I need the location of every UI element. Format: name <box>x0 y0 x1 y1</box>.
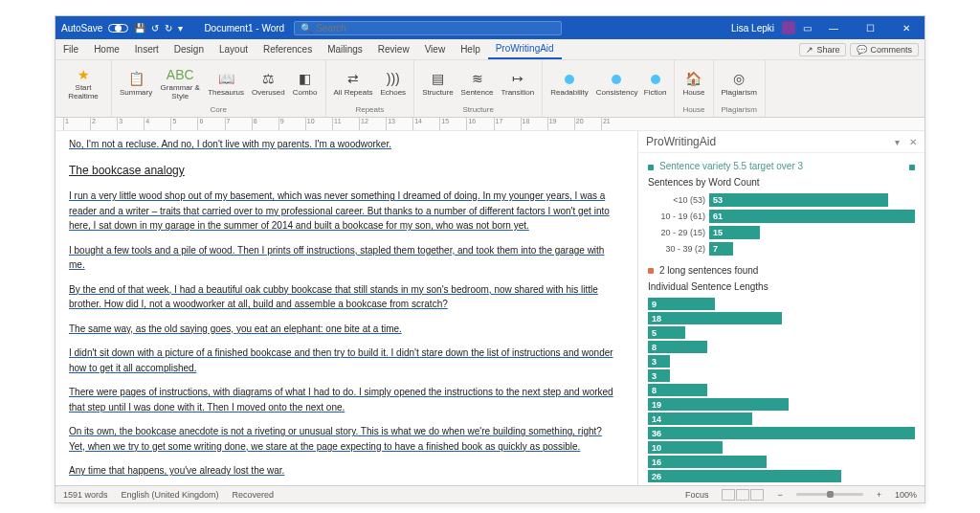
paragraph[interactable]: There were pages of instructions, with d… <box>69 385 618 414</box>
language[interactable]: English (United Kingdom) <box>122 490 219 500</box>
transition-button[interactable]: ↦Transition <box>497 69 538 100</box>
avatar[interactable] <box>782 21 795 34</box>
house-icon: 🏠 <box>685 71 702 88</box>
combo-icon: ◧ <box>297 71 314 88</box>
close-icon[interactable]: ✕ <box>892 16 921 39</box>
tab-mailings[interactable]: Mailings <box>320 39 370 59</box>
fiction-button[interactable]: Fiction <box>640 69 671 100</box>
paragraph[interactable]: On its own, the bookcase anecdote is not… <box>69 424 618 454</box>
heading[interactable]: The bookcase analogy <box>69 162 618 180</box>
bar-row: 10 <box>648 441 915 454</box>
summary-button[interactable]: 📋Summary <box>116 69 156 100</box>
tab-home[interactable]: Home <box>86 39 127 59</box>
bar-row: 20 - 29 (15)15 <box>648 226 915 239</box>
star-icon: ★ <box>75 66 92 83</box>
minimize-icon[interactable]: — <box>819 16 848 39</box>
bullet-icon <box>909 165 915 170</box>
echoes-icon: ))) <box>385 71 402 88</box>
bar-row: 10 - 19 (61)61 <box>648 210 915 223</box>
paragraph[interactable]: I run a very little wood shop out of my … <box>69 189 618 234</box>
ribbon-group-repeats: ⇄All Repeats )))Echoes Repeats <box>326 60 415 117</box>
statusbar: 1591 words English (United Kingdom) Reco… <box>56 485 924 502</box>
combo-button[interactable]: ◧Combo <box>289 69 322 100</box>
document-area[interactable]: No, I'm not a recluse. And no, I don't l… <box>56 131 637 485</box>
book-icon: 📖 <box>217 71 234 88</box>
view-buttons[interactable] <box>722 489 764 501</box>
house-button[interactable]: 🏠House <box>679 69 708 100</box>
word-count[interactable]: 1591 words <box>63 490 108 500</box>
search-box[interactable]: 🔍 <box>294 21 562 35</box>
search-input[interactable] <box>316 23 555 33</box>
consistency-button[interactable]: Consistency <box>592 69 640 100</box>
pane-dropdown-icon[interactable]: ▾ <box>895 137 900 147</box>
prowritingaid-pane: ProWritingAid ▾ ✕ Sentence variety 5.5 t… <box>637 131 924 485</box>
dot-icon <box>647 71 664 88</box>
paragraph[interactable]: I didn't sit down with a picture of a fi… <box>69 346 618 375</box>
paragraph[interactable]: No, I'm not a recluse. And no, I don't l… <box>69 137 618 152</box>
ruler[interactable]: 123456789101112131415161718192021 <box>56 118 924 131</box>
comments-button[interactable]: 💬Comments <box>850 43 919 56</box>
ribbon-group-house: 🏠House House <box>675 60 713 117</box>
paragraph[interactable]: The same way, as the old saying goes, yo… <box>69 322 618 337</box>
ribbon-tabs: File Home Insert Design Layout Reference… <box>56 39 924 60</box>
zoom-out-icon[interactable]: − <box>777 490 782 500</box>
grammar-style-button[interactable]: ABCGrammar & Style <box>156 64 204 103</box>
zoom-in-icon[interactable]: + <box>877 490 881 500</box>
bar-row: 5 <box>648 326 915 339</box>
zoom-slider[interactable] <box>796 493 863 496</box>
redo-icon[interactable]: ↻ <box>165 23 172 33</box>
save-icon[interactable]: 💾 <box>134 23 145 33</box>
readability-button[interactable]: Readability <box>546 69 592 100</box>
sentence-icon: ≋ <box>469 71 486 88</box>
bar-row: <10 (53)53 <box>648 193 915 207</box>
paragraph[interactable]: I bought a few tools and a pile of wood.… <box>69 243 618 273</box>
titlebar-right: Lisa Lepki ▭ — ☐ ✕ <box>731 16 924 39</box>
tab-file[interactable]: File <box>56 39 86 59</box>
tab-design[interactable]: Design <box>167 39 212 59</box>
echoes-button[interactable]: )))Echoes <box>376 69 410 100</box>
sentence-button[interactable]: ≋Sentence <box>457 69 498 100</box>
all-repeats-button[interactable]: ⇄All Repeats <box>330 69 377 100</box>
structure-button[interactable]: ▤Structure <box>418 69 457 100</box>
pane-close-icon[interactable]: ✕ <box>909 137 917 147</box>
undo-icon[interactable]: ↺ <box>151 23 159 33</box>
share-button[interactable]: ↗Share <box>799 43 846 56</box>
repeat-icon: ⇄ <box>345 71 362 88</box>
group-label-core: Core <box>116 105 322 115</box>
document-title: Document1 - Word <box>204 23 284 33</box>
paragraph[interactable]: Any time that happens, you've already lo… <box>69 463 618 479</box>
maximize-icon[interactable]: ☐ <box>856 16 884 39</box>
tab-references[interactable]: References <box>256 39 320 59</box>
bar-row: 8 <box>648 384 915 396</box>
ribbon-group-structure: ▤Structure ≋Sentence ↦Transition Structu… <box>414 60 543 117</box>
focus-button[interactable]: Focus <box>685 490 709 500</box>
clipboard-icon: 📋 <box>127 71 145 88</box>
bar-row: 16 <box>648 456 915 468</box>
sentence-length-chart: 91858338191436101626 <box>648 298 915 482</box>
tab-view[interactable]: View <box>417 39 454 59</box>
overused-button[interactable]: ⚖Overused <box>248 69 289 100</box>
thesaurus-button[interactable]: 📖Thesaurus <box>204 69 248 100</box>
plagiarism-button[interactable]: ◎Plagiarism <box>718 69 761 100</box>
tab-insert[interactable]: Insert <box>127 39 167 59</box>
autosave-label: AutoSave <box>61 23 102 33</box>
zoom-label[interactable]: 100% <box>895 490 917 500</box>
bar-row: 9 <box>648 298 915 310</box>
customize-qat-icon[interactable]: ▾ <box>178 23 183 33</box>
tab-review[interactable]: Review <box>370 39 417 59</box>
start-realtime-button[interactable]: ★Start Realtime <box>59 64 107 103</box>
autosave-toggle[interactable] <box>108 24 128 33</box>
ribbon-group-start: ★Start Realtime <box>56 60 112 117</box>
tab-layout[interactable]: Layout <box>212 39 256 59</box>
username-label[interactable]: Lisa Lepki <box>731 23 774 33</box>
share-icon: ↗ <box>806 45 813 55</box>
tab-help[interactable]: Help <box>453 39 488 59</box>
tab-prowritingaid[interactable]: ProWritingAid <box>488 39 562 59</box>
group-label-structure: Structure <box>418 105 538 115</box>
word-count-chart: <10 (53)5310 - 19 (61)6120 - 29 (15)1530… <box>648 193 915 256</box>
recovered-label[interactable]: Recovered <box>233 490 275 500</box>
abc-icon: ABC <box>171 66 189 83</box>
paragraph[interactable]: By the end of that week, I had a beautif… <box>69 282 618 312</box>
ribbon-display-icon[interactable]: ▭ <box>803 23 812 33</box>
group-label-plagiarism: Plagiarism <box>718 105 761 115</box>
